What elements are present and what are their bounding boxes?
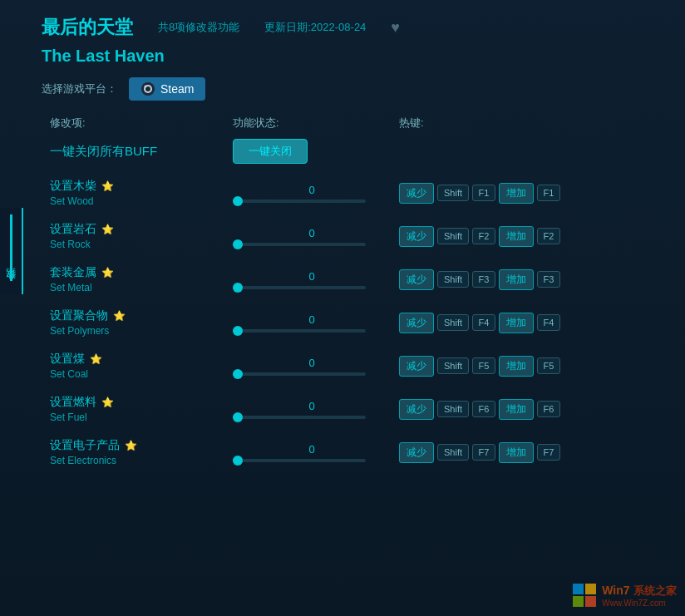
- close-all-button[interactable]: 一键关闭: [233, 139, 308, 164]
- item-name-block: 设置岩石 ⭐ Set Rock: [50, 222, 233, 250]
- shift-key-1[interactable]: Shift: [437, 228, 469, 244]
- col-hotkey: 热键:: [399, 116, 660, 131]
- steam-label: Steam: [160, 82, 194, 96]
- slider-block: 0: [233, 357, 399, 376]
- fkey-increase[interactable]: F7: [537, 444, 560, 461]
- fkey-increase[interactable]: F4: [537, 314, 560, 331]
- decrease-button[interactable]: 减少: [399, 269, 434, 290]
- slider-thumb[interactable]: [233, 369, 243, 379]
- fkey-decrease[interactable]: F3: [472, 271, 495, 288]
- slider-value: 0: [233, 443, 391, 456]
- col-mod-item: 修改项:: [50, 116, 233, 131]
- shift-key-1[interactable]: Shift: [437, 401, 469, 417]
- fkey-increase[interactable]: F2: [537, 228, 560, 244]
- item-name-cn: 套装金属 ⭐: [50, 265, 233, 280]
- main-container: 数据 最后的天堂 共8项修改器功能 更新日期:2022-08-24 ♥ The …: [0, 0, 685, 616]
- side-tab-bar: [10, 214, 12, 281]
- slider-track: [233, 459, 366, 462]
- col-func-status: 功能状态:: [233, 116, 399, 131]
- decrease-button[interactable]: 减少: [399, 356, 434, 377]
- increase-button[interactable]: 增加: [499, 356, 534, 377]
- item-row: 套装金属 ⭐ Set Metal 0 减少 Shift F3 增加 F3: [42, 265, 656, 293]
- hotkey-block: 减少 Shift F4 增加 F4: [399, 313, 656, 333]
- slider-wrapper[interactable]: [233, 372, 366, 376]
- increase-button[interactable]: 增加: [499, 399, 534, 420]
- slider-thumb[interactable]: [233, 196, 243, 206]
- item-name-en: Set Metal: [50, 282, 233, 293]
- fkey-decrease[interactable]: F1: [472, 185, 495, 201]
- star-icon: ⭐: [101, 397, 114, 408]
- decrease-button[interactable]: 减少: [399, 226, 434, 247]
- slider-thumb[interactable]: [233, 326, 243, 336]
- slider-value: 0: [233, 184, 391, 196]
- hotkey-block: 减少 Shift F3 增加 F3: [399, 269, 656, 290]
- buff-row: 一键关闭所有BUFF 一键关闭: [42, 139, 660, 164]
- decrease-button[interactable]: 减少: [399, 313, 434, 333]
- shift-key-1[interactable]: Shift: [437, 444, 469, 461]
- slider-wrapper[interactable]: [233, 416, 366, 419]
- fkey-increase[interactable]: F1: [537, 185, 560, 201]
- slider-wrapper[interactable]: [233, 459, 366, 462]
- decrease-button[interactable]: 减少: [399, 442, 434, 463]
- shift-key-1[interactable]: Shift: [437, 357, 469, 374]
- steam-icon: [140, 81, 155, 96]
- heart-icon[interactable]: ♥: [391, 19, 400, 37]
- header: 最后的天堂 共8项修改器功能 更新日期:2022-08-24 ♥: [42, 15, 660, 40]
- item-name-cn: 设置聚合物 ⭐: [50, 308, 233, 323]
- shift-key-1[interactable]: Shift: [437, 185, 469, 201]
- fkey-increase[interactable]: F5: [537, 357, 560, 374]
- slider-block: 0: [233, 270, 399, 289]
- fkey-decrease[interactable]: F5: [472, 357, 495, 374]
- star-icon: ⭐: [101, 180, 114, 192]
- slider-wrapper[interactable]: [233, 329, 366, 333]
- increase-button[interactable]: 增加: [499, 226, 534, 247]
- increase-button[interactable]: 增加: [499, 183, 534, 204]
- item-name-en: Set Fuel: [50, 411, 233, 423]
- item-row: 设置煤 ⭐ Set Coal 0 减少 Shift F5 增加 F5: [42, 352, 656, 380]
- item-name-cn: 设置木柴 ⭐: [50, 179, 233, 194]
- slider-wrapper[interactable]: [233, 200, 366, 203]
- fkey-decrease[interactable]: F7: [472, 444, 495, 461]
- slider-thumb[interactable]: [233, 412, 243, 422]
- slider-thumb[interactable]: [233, 239, 243, 249]
- shift-key-1[interactable]: Shift: [437, 314, 469, 331]
- item-row: 设置燃料 ⭐ Set Fuel 0 减少 Shift F6 增加 F6: [42, 395, 656, 423]
- fkey-decrease[interactable]: F2: [472, 228, 495, 244]
- star-icon: ⭐: [101, 224, 114, 235]
- slider-value: 0: [233, 227, 391, 239]
- fkey-increase[interactable]: F6: [537, 401, 560, 417]
- decrease-button[interactable]: 减少: [399, 183, 434, 204]
- svg-point-3: [145, 86, 147, 88]
- fkey-decrease[interactable]: F4: [472, 314, 495, 331]
- increase-button[interactable]: 增加: [499, 269, 534, 290]
- slider-track: [233, 329, 366, 333]
- slider-block: 0: [233, 443, 399, 462]
- slider-value: 0: [233, 357, 391, 369]
- hotkey-block: 减少 Shift F5 增加 F5: [399, 356, 656, 377]
- slider-value: 0: [233, 400, 391, 412]
- item-name-cn: 设置岩石 ⭐: [50, 222, 233, 237]
- svg-rect-5: [585, 584, 596, 594]
- slider-thumb[interactable]: [233, 456, 243, 466]
- increase-button[interactable]: 增加: [499, 313, 534, 333]
- slider-track: [233, 243, 366, 246]
- fkey-decrease[interactable]: F6: [472, 401, 495, 417]
- steam-button[interactable]: Steam: [129, 77, 205, 101]
- slider-wrapper[interactable]: [233, 243, 366, 246]
- svg-rect-6: [573, 596, 584, 607]
- watermark-brand2: 系统之家: [633, 584, 677, 597]
- item-name-block: 设置电子产品 ⭐ Set Electronics: [50, 438, 233, 466]
- fkey-increase[interactable]: F3: [537, 271, 560, 288]
- slider-block: 0: [233, 184, 399, 203]
- item-name-cn: 设置电子产品 ⭐: [50, 438, 233, 453]
- decrease-button[interactable]: 减少: [399, 399, 434, 420]
- game-title-en: The Last Haven: [42, 47, 660, 66]
- increase-button[interactable]: 增加: [499, 442, 534, 463]
- shift-key-1[interactable]: Shift: [437, 271, 469, 288]
- side-tab: 数据: [0, 208, 23, 294]
- watermark-sub: Www.Win7Z.com: [602, 599, 677, 608]
- slider-block: 0: [233, 400, 399, 419]
- item-name-block: 设置聚合物 ⭐ Set Polymers: [50, 308, 233, 337]
- slider-wrapper[interactable]: [233, 286, 366, 289]
- slider-thumb[interactable]: [233, 283, 243, 293]
